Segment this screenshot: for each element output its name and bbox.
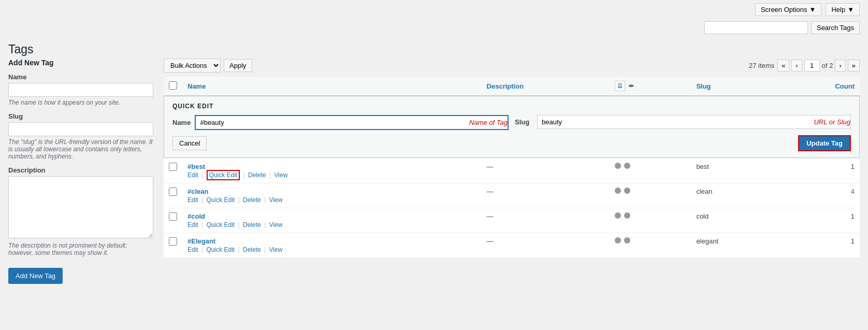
pen-icon: ✒ bbox=[628, 82, 634, 90]
description-label: Description bbox=[8, 166, 153, 174]
tag-count-cell: 1 bbox=[779, 208, 860, 233]
screen-options-button[interactable]: Screen Options ▼ bbox=[755, 3, 821, 16]
tag-description-cell: — bbox=[482, 183, 610, 208]
table-row: #clean Edit | Quick Edit | Delete | View… bbox=[164, 183, 860, 208]
quick-edit-fields: Name Name of Tag Slug bbox=[172, 115, 851, 130]
add-new-tag-panel: Add New Tag Name The name is how it appe… bbox=[8, 59, 153, 284]
row-actions: Edit | Quick Edit | Delete | View bbox=[187, 246, 476, 253]
prev-page-button[interactable]: ‹ bbox=[791, 60, 802, 71]
quick-edit-actions: Cancel Update Tag bbox=[172, 135, 851, 151]
row-checkbox[interactable] bbox=[169, 212, 177, 221]
select-all-checkbox[interactable] bbox=[169, 81, 177, 90]
description-column-header[interactable]: Description bbox=[482, 77, 610, 96]
icon-dot-1 bbox=[615, 237, 621, 243]
icon-dot-1 bbox=[615, 212, 621, 219]
delete-link[interactable]: Delete bbox=[243, 246, 261, 253]
apply-button[interactable]: Apply bbox=[224, 59, 252, 72]
tag-description-cell: — bbox=[482, 159, 610, 183]
view-link[interactable]: View bbox=[269, 221, 283, 228]
tag-name-link[interactable]: #best bbox=[187, 163, 205, 170]
quick-edit-link[interactable]: Quick Edit bbox=[207, 246, 235, 253]
tag-name-cell: #cold Edit | Quick Edit | Delete | View bbox=[182, 208, 482, 233]
quick-edit-title: QUICK EDIT bbox=[172, 103, 851, 110]
tag-name-link[interactable]: #cold bbox=[187, 212, 205, 220]
quick-edit-slug-input[interactable] bbox=[538, 116, 812, 128]
tag-icons-cell bbox=[610, 208, 691, 233]
quick-edit-name-field: Name Name of Tag bbox=[172, 115, 509, 130]
tags-table: Name Description ☰ ✒ Slug Count bbox=[164, 77, 860, 258]
update-tag-button[interactable]: Update Tag bbox=[798, 135, 851, 151]
page-title: Tags bbox=[0, 38, 868, 59]
quick-edit-name-input[interactable] bbox=[196, 116, 467, 129]
search-tags-input[interactable] bbox=[704, 21, 808, 34]
tag-name-cell: #clean Edit | Quick Edit | Delete | View bbox=[182, 183, 482, 208]
quick-edit-link[interactable]: Quick Edit bbox=[207, 196, 235, 204]
tag-slug-cell: cold bbox=[691, 208, 779, 233]
view-link[interactable]: View bbox=[269, 246, 283, 253]
last-page-button[interactable]: » bbox=[848, 60, 860, 71]
toolbar: Bulk Actions Apply 27 items « ‹ of 2 › » bbox=[164, 59, 860, 73]
tag-icons-cell bbox=[610, 233, 691, 258]
tag-name-link[interactable]: #clean bbox=[187, 188, 208, 195]
pagination: « ‹ of 2 › » bbox=[777, 60, 860, 71]
quick-edit-slug-placeholder: URL or Slug bbox=[814, 118, 850, 126]
current-page-input[interactable] bbox=[804, 60, 820, 71]
add-new-tag-button[interactable]: Add New Tag bbox=[8, 268, 63, 284]
row-actions: Edit | Quick Edit | Delete | View bbox=[187, 221, 476, 228]
tag-slug-cell: best bbox=[691, 159, 779, 183]
of-total-pages: of 2 bbox=[822, 62, 833, 69]
delete-link[interactable]: Delete bbox=[243, 196, 261, 204]
slug-label: Slug bbox=[8, 112, 153, 120]
tag-name-cell: #Elegant Edit | Quick Edit | Delete | Vi… bbox=[182, 233, 482, 258]
view-link[interactable]: View bbox=[274, 171, 288, 179]
tag-description-input[interactable] bbox=[8, 176, 153, 238]
table-header-row: Name Description ☰ ✒ Slug Count bbox=[164, 77, 860, 96]
edit-link[interactable]: Edit bbox=[187, 171, 198, 179]
icon-dot-2 bbox=[624, 237, 630, 243]
quick-edit-link[interactable]: Quick Edit bbox=[207, 170, 240, 180]
first-page-button[interactable]: « bbox=[777, 60, 789, 71]
quick-edit-name-placeholder: Name of Tag bbox=[469, 119, 508, 126]
next-page-button[interactable]: › bbox=[835, 60, 845, 71]
tags-list-panel: Bulk Actions Apply 27 items « ‹ of 2 › » bbox=[164, 59, 860, 284]
icon-dot-2 bbox=[624, 163, 630, 169]
row-checkbox[interactable] bbox=[169, 188, 177, 196]
edit-link[interactable]: Edit bbox=[187, 196, 198, 204]
tag-description-cell: — bbox=[482, 233, 610, 258]
icons-column-header: ☰ ✒ bbox=[610, 77, 691, 96]
select-all-header bbox=[164, 77, 182, 96]
search-tags-button[interactable]: Search Tags bbox=[811, 21, 860, 34]
icon-dot-1 bbox=[615, 188, 621, 194]
quick-edit-link[interactable]: Quick Edit bbox=[207, 221, 235, 228]
bulk-actions-select[interactable]: Bulk Actions bbox=[164, 59, 221, 73]
tag-slug-cell: clean bbox=[691, 183, 779, 208]
quick-edit-row: QUICK EDIT Name Name of Tag bbox=[164, 96, 860, 159]
slug-column-header[interactable]: Slug bbox=[691, 77, 779, 96]
tag-name-link[interactable]: #Elegant bbox=[187, 237, 215, 245]
help-button[interactable]: Help ▼ bbox=[826, 3, 860, 16]
tag-name-input[interactable] bbox=[8, 83, 153, 97]
icon-dot-2 bbox=[624, 188, 630, 194]
name-hint: The name is how it appears on your site. bbox=[8, 99, 153, 106]
row-checkbox[interactable] bbox=[169, 237, 177, 246]
name-label: Name bbox=[8, 73, 153, 81]
row-checkbox[interactable] bbox=[169, 163, 177, 171]
tag-slug-cell: elegant bbox=[691, 233, 779, 258]
row-actions: Edit | Quick Edit | Delete | View bbox=[187, 171, 476, 179]
table-row: #Elegant Edit | Quick Edit | Delete | Vi… bbox=[164, 233, 860, 258]
edit-link[interactable]: Edit bbox=[187, 246, 198, 253]
tag-slug-input[interactable] bbox=[8, 122, 153, 136]
delete-link[interactable]: Delete bbox=[248, 171, 266, 179]
quick-edit-slug-field: Slug URL or Slug bbox=[515, 115, 851, 129]
count-column-header[interactable]: Count bbox=[779, 77, 860, 96]
tag-count-cell: 1 bbox=[779, 233, 860, 258]
edit-link[interactable]: Edit bbox=[187, 221, 198, 228]
list-icon: ☰ bbox=[615, 81, 625, 91]
delete-link[interactable]: Delete bbox=[243, 221, 261, 228]
tag-icons-cell bbox=[610, 159, 691, 183]
slug-field-group: Slug The "slug" is the URL-friendly vers… bbox=[8, 112, 153, 160]
items-count: 27 items bbox=[749, 62, 774, 69]
view-link[interactable]: View bbox=[269, 196, 283, 204]
name-column-header[interactable]: Name bbox=[182, 77, 482, 96]
quick-edit-cancel-button[interactable]: Cancel bbox=[172, 136, 207, 150]
